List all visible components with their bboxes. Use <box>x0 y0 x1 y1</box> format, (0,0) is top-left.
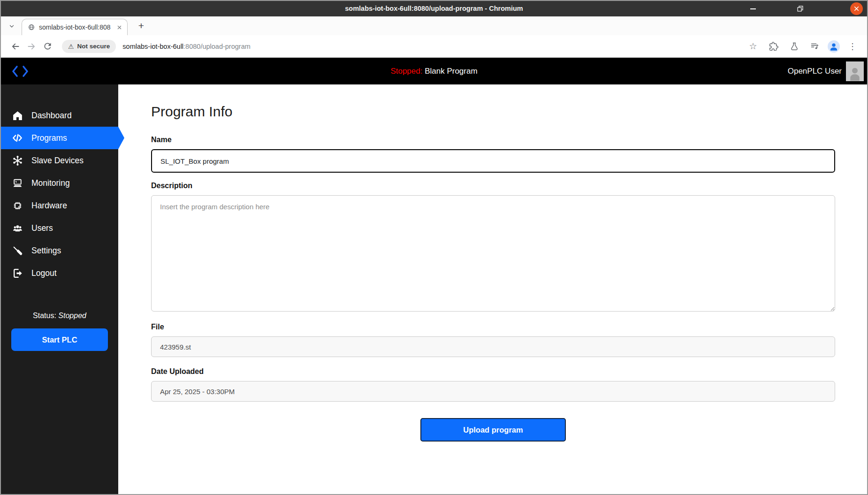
sidebar-item-label: Settings <box>31 246 61 256</box>
sidebar-item-programs[interactable]: Programs <box>1 127 118 149</box>
upload-program-button[interactable]: Upload program <box>420 418 566 442</box>
forward-button[interactable] <box>23 38 39 54</box>
chip-icon <box>10 200 24 212</box>
minimize-button[interactable] <box>746 1 760 16</box>
back-icon <box>10 41 21 52</box>
browser-tab[interactable]: somlabs-iot-box-6ull:808 <box>22 19 128 35</box>
tab-search-button[interactable] <box>7 21 17 31</box>
reload-button[interactable] <box>39 38 55 54</box>
description-label: Description <box>151 182 835 190</box>
name-label: Name <box>151 136 835 144</box>
status-label: Status: <box>33 312 58 320</box>
sidebar-item-label: Users <box>31 223 53 233</box>
url-text: somlabs-iot-box-6ull:8080/upload-program <box>122 43 250 50</box>
status-value: Stopped <box>58 312 86 320</box>
extensions-icon[interactable] <box>766 38 782 54</box>
sidebar-item-label: Slave Devices <box>31 156 84 166</box>
upload-row: Upload program <box>151 418 835 442</box>
sidebar-item-settings[interactable]: Settings <box>1 239 118 262</box>
tab-close-button[interactable] <box>115 23 123 31</box>
tab-title: somlabs-iot-box-6ull:808 <box>39 23 115 31</box>
plc-status-line: Status: Stopped <box>1 312 118 320</box>
user-name-label: OpenPLC User <box>788 67 842 76</box>
program-name-input[interactable] <box>151 149 835 173</box>
close-icon <box>850 2 863 15</box>
screwdriver-icon <box>10 245 24 257</box>
sidebar-item-label: Hardware <box>31 201 67 211</box>
close-button[interactable] <box>849 1 864 16</box>
start-plc-button[interactable]: Start PLC <box>11 328 108 351</box>
sidebar-item-monitoring[interactable]: Monitoring <box>1 172 118 194</box>
new-tab-button[interactable]: + <box>135 20 147 32</box>
app-body: Dashboard Programs Slave Devices Monitor… <box>1 84 867 494</box>
restore-button[interactable] <box>793 1 807 16</box>
security-chip-label: Not secure <box>77 43 110 50</box>
reload-icon <box>43 41 53 51</box>
warning-icon: ⚠ <box>68 43 74 50</box>
sidebar-item-logout[interactable]: Logout <box>1 262 118 284</box>
url-bar[interactable]: ⚠ Not secure somlabs-iot-box-6ull:8080/u… <box>62 38 860 54</box>
code-icon <box>10 132 24 144</box>
app-header: Stopped: Blank Program OpenPLC User <box>1 58 867 84</box>
titlebar: somlabs-iot-box-6ull:8080/upload-program… <box>1 1 867 16</box>
sidebar-item-dashboard[interactable]: Dashboard <box>1 104 118 127</box>
sidebar-item-hardware[interactable]: Hardware <box>1 194 118 217</box>
home-icon <box>10 110 24 122</box>
plc-status-banner: Stopped: Blank Program <box>1 67 867 76</box>
hub-icon <box>10 155 24 167</box>
sidebar-item-slave-devices[interactable]: Slave Devices <box>1 149 118 172</box>
sidebar-item-users[interactable]: Users <box>1 217 118 239</box>
page-title: Program Info <box>151 104 835 120</box>
toolbar-right-icons: ☆ ⋮ <box>745 38 860 54</box>
labs-flask-icon[interactable] <box>786 38 802 54</box>
restore-icon <box>797 5 804 12</box>
sidebar-item-label: Logout <box>31 268 57 278</box>
browser-toolbar: ⚠ Not secure somlabs-iot-box-6ull:8080/u… <box>1 35 867 58</box>
close-icon <box>117 25 122 30</box>
header-user-area: OpenPLC User <box>788 61 864 81</box>
security-chip[interactable]: ⚠ Not secure <box>62 40 116 53</box>
user-avatar[interactable] <box>846 61 864 81</box>
file-label: File <box>151 323 835 331</box>
sidebar-item-label: Dashboard <box>31 111 72 121</box>
media-controls-icon[interactable] <box>807 38 823 54</box>
program-description-textarea[interactable] <box>151 195 835 312</box>
url-host: somlabs-iot-box-6ull <box>122 43 183 50</box>
url-path: :8080/upload-program <box>183 43 251 50</box>
plc-status-program: Blank Program <box>425 67 477 76</box>
date-uploaded-field[interactable] <box>151 381 835 402</box>
browser-window: somlabs-iot-box-6ull:8080/upload-program… <box>0 0 868 495</box>
main-content: Program Info Name Description File Date … <box>118 84 867 494</box>
back-button[interactable] <box>8 38 23 54</box>
bookmark-star-icon[interactable]: ☆ <box>745 38 761 54</box>
logout-icon <box>10 267 24 279</box>
date-uploaded-label: Date Uploaded <box>151 367 835 376</box>
program-file-field[interactable] <box>151 336 835 357</box>
sidebar-item-label: Monitoring <box>31 178 70 188</box>
window-title: somlabs-iot-box-6ull:8080/upload-program… <box>1 1 867 16</box>
menu-dots-icon[interactable]: ⋮ <box>845 38 860 54</box>
chevron-down-icon <box>8 23 15 30</box>
laptop-icon <box>10 177 24 189</box>
plc-status-state: Stopped: <box>390 67 422 76</box>
forward-icon <box>26 41 37 52</box>
tab-strip: somlabs-iot-box-6ull:808 + <box>1 16 867 35</box>
users-icon <box>10 222 24 234</box>
globe-icon <box>28 23 35 31</box>
sidebar: Dashboard Programs Slave Devices Monitor… <box>1 84 118 494</box>
profile-avatar-icon[interactable] <box>828 40 840 53</box>
minimize-icon <box>750 8 756 9</box>
sidebar-item-label: Programs <box>31 133 67 143</box>
